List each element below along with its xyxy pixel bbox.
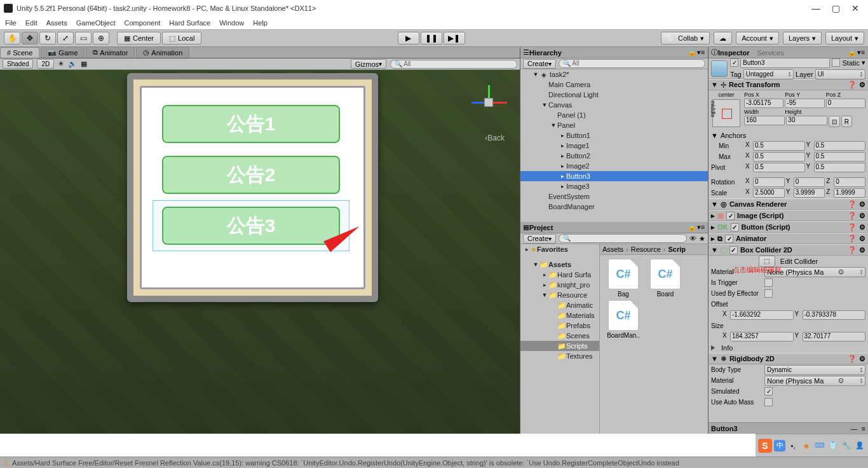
height-field[interactable]: 30 [786,116,827,125]
project-tree-item[interactable]: ▼📁 Resource [520,290,599,300]
rot-x[interactable]: 0 [753,177,785,187]
pivot-y[interactable]: 0.5 [814,163,866,172]
menu-hardsurface[interactable]: Hard Surface [169,19,210,27]
comp-box-collider[interactable]: ▼▢✓Box Collider 2D❓⚙ [709,244,868,256]
ime-lang-icon[interactable]: 中 [774,440,785,451]
hierarchy-item[interactable]: ▸Image2 [520,161,708,171]
pause-button[interactable]: ❚❚ [421,32,442,45]
project-file-item[interactable]: C#Board [646,259,685,298]
orientation-gizmo[interactable] [469,83,507,121]
tab-scene[interactable]: #Scene [0,47,39,58]
gameobject-icon[interactable] [711,60,728,77]
posy-field[interactable]: -95 [785,99,824,108]
hierarchy-item[interactable]: ▸Button2 [520,151,708,161]
menu-assets[interactable]: Assets [46,19,67,27]
anchor-maxy[interactable]: 0.5 [814,152,866,162]
ime-emoji-icon[interactable]: ☻ [801,440,812,451]
info-foldout[interactable]: Info [721,344,733,352]
account-dropdown[interactable]: Account▾ [736,32,779,45]
hierarchy-item[interactable]: EventSystem [520,191,708,202]
gameobject-name-field[interactable]: Button3 [740,59,830,68]
scale-tool-icon[interactable]: ⤢ [57,32,74,45]
project-breadcrumb[interactable]: Assets› Resource› Scrip [600,244,708,255]
offset-y[interactable]: -0.3793378 [803,310,866,320]
layer-dropdown[interactable]: UI [815,69,865,79]
ime-punct-icon[interactable]: •, [787,440,799,451]
panel-lock-icon[interactable]: 🔒 [688,223,696,231]
inspector-title[interactable]: Inspector [718,49,750,57]
scale-y[interactable]: 3.9999 [794,188,825,198]
help-icon[interactable]: ❓ [848,81,857,89]
ime-skin-icon[interactable]: 👕 [827,440,839,451]
hierarchy-item[interactable]: ▸Button1 [520,130,708,141]
comp-animator[interactable]: ▸⧉✓Animator❓⚙ [709,233,868,244]
rot-y[interactable]: 0 [794,177,825,187]
announce-button-3[interactable]: 公告3 [162,207,340,245]
collab-dropdown[interactable]: ⚪Collab▾ [661,32,710,45]
tag-dropdown[interactable]: Untagged [743,69,794,79]
shading-mode-dropdown[interactable]: Shaded [3,59,33,69]
scale-x[interactable]: 2.5000 [753,188,785,198]
project-tree-item[interactable]: ▸📁 knight_pro [520,280,599,290]
hierarchy-item[interactable]: ▸Image3 [520,181,708,191]
hierarchy-item[interactable]: ▼Canvas [520,100,708,110]
hierarchy-item[interactable]: ▸Button3 [520,171,708,181]
size-y[interactable]: 32.70177 [803,332,866,341]
ime-tool-icon[interactable]: 🔧 [841,440,852,451]
scale-z[interactable]: 1.9999 [834,188,865,198]
ime-user-icon[interactable]: 👤 [854,440,865,451]
pivot-center-toggle[interactable]: ▦Center [117,32,161,45]
close-icon[interactable]: ✕ [851,3,859,13]
project-tree-item[interactable]: 📁 Materials [520,310,599,320]
project-file-item[interactable]: C#Bag [604,259,643,298]
comp-canvas-renderer[interactable]: ▼◎Canvas Renderer❓⚙ [709,198,868,210]
menu-window[interactable]: Window [219,19,244,27]
transform-tool-icon[interactable]: ⊕ [93,32,109,45]
hierarchy-item[interactable]: ▼Panel [520,120,708,130]
project-tree-item[interactable]: 📁 Animatic [520,300,599,310]
autommass-checkbox[interactable] [764,398,773,406]
announce-button-1[interactable]: 公告1 [162,105,340,143]
fx-icon[interactable]: ▦ [81,60,87,68]
maximize-icon[interactable]: ▢ [832,3,840,13]
anchor-maxx[interactable]: 0.5 [753,152,805,162]
comp-rigidbody[interactable]: ▼⚛Rigidbody 2D❓⚙ [709,353,868,364]
blueprint-button[interactable]: ⊡ [829,116,840,127]
menu-file[interactable]: File [5,19,17,27]
filter-icon[interactable]: 👁 [689,235,696,242]
move-tool-icon[interactable]: ✥ [22,32,38,45]
hierarchy-item[interactable]: Main Camera [520,79,708,90]
gear-icon[interactable]: ⚙ [859,81,865,89]
rot-z[interactable]: 0 [834,177,865,187]
cloud-button[interactable]: ☁ [714,32,732,45]
hierarchy-tree[interactable]: ▼◈task2*Main CameraDirectional Light▼Can… [520,69,708,222]
project-tree-item[interactable]: 📁 Prefabs [520,320,599,331]
project-search[interactable]: 🔍 [559,234,687,243]
hierarchy-item[interactable]: ▸Image1 [520,141,708,151]
hierarchy-item[interactable]: Directional Light [520,90,708,100]
tab-animator[interactable]: ⧉Animator [86,46,135,58]
pivot-x[interactable]: 0.5 [753,163,805,172]
bodytype-dropdown[interactable]: Dynamic [764,365,865,375]
offset-x[interactable]: -1.663292 [730,310,794,320]
project-tree-item[interactable]: 📁 Textures [520,351,599,361]
gizmos-dropdown[interactable]: Gizmos ▾ [351,59,386,69]
ime-keyboard-icon[interactable]: ⌨ [814,440,825,451]
posz-field[interactable]: 0 [826,99,865,108]
tab-game[interactable]: 📷Game [41,46,85,58]
project-tree-item[interactable]: 📁 Scripts [520,341,599,351]
hierarchy-item[interactable]: Panel (1) [520,110,708,120]
step-button[interactable]: ▶❚ [444,32,465,45]
comp-button[interactable]: ▸OK✓Button (Script)❓⚙ [709,221,868,233]
minimize-icon[interactable]: — [811,3,820,13]
active-checkbox[interactable]: ✓ [730,59,738,67]
rb-material-field[interactable]: None (Physics Ma⊙ [764,376,865,386]
scene-view[interactable]: 公告1 公告2 公告3 ‹Back [0,70,520,434]
panel-lock-icon[interactable]: 🔒 [848,48,857,57]
light-icon[interactable]: ☀ [58,60,64,68]
menu-edit[interactable]: Edit [25,19,37,27]
comp-image[interactable]: ▸▦✓Image (Script)❓⚙ [709,210,868,221]
istrigger-checkbox[interactable] [764,279,773,287]
2d-toggle[interactable]: 2D [37,59,54,69]
static-checkbox[interactable] [832,59,840,67]
